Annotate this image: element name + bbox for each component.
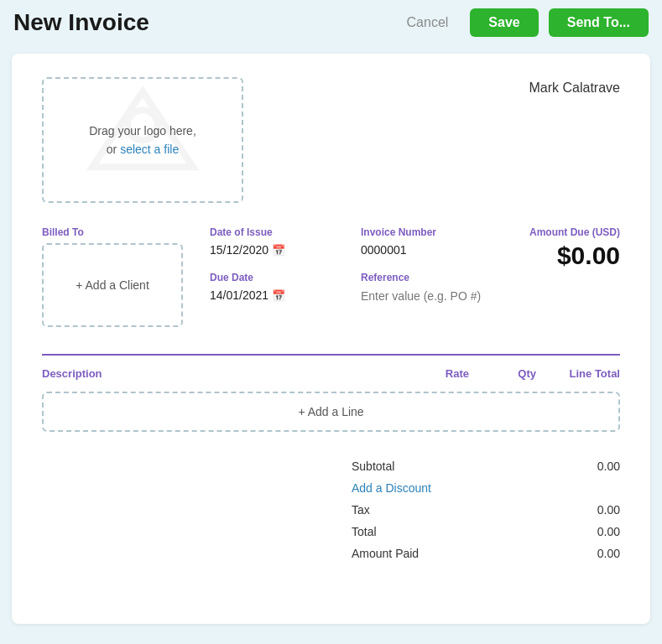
amount-paid-label: Amount Paid bbox=[352, 547, 419, 560]
date-of-issue-label: Date of Issue bbox=[210, 226, 352, 238]
total-value: 0.00 bbox=[597, 525, 620, 538]
col-qty: Qty bbox=[469, 367, 536, 380]
table-divider bbox=[42, 354, 620, 356]
billed-to-label: Billed To bbox=[42, 226, 201, 238]
col-description: Description bbox=[42, 367, 385, 380]
add-client-button[interactable]: + Add a Client bbox=[42, 243, 183, 327]
col-line-total: Line Total bbox=[536, 367, 620, 380]
add-discount-button[interactable]: Add a Discount bbox=[352, 481, 431, 495]
date-of-issue-calendar-icon[interactable] bbox=[272, 243, 285, 257]
discount-row: Add a Discount bbox=[352, 477, 620, 499]
billed-to-col: Billed To + Add a Client bbox=[42, 226, 201, 327]
due-date-row: Due Date 14/01/2021 bbox=[210, 272, 352, 302]
dates-col: Date of Issue 15/12/2020 Due Date 14/01/… bbox=[201, 226, 352, 327]
top-section: Drag your logo here, or select a file Ma… bbox=[42, 77, 620, 203]
invoice-number-value: 0000001 bbox=[361, 243, 503, 257]
due-date-label: Due Date bbox=[210, 272, 352, 283]
tax-label: Tax bbox=[352, 503, 370, 517]
totals-section: Subtotal 0.00 Add a Discount Tax 0.00 To… bbox=[42, 455, 620, 564]
cancel-button[interactable]: Cancel bbox=[395, 8, 461, 37]
logo-drop-zone[interactable]: Drag your logo here, or select a file bbox=[42, 77, 243, 203]
date-of-issue-value: 15/12/2020 bbox=[210, 243, 352, 257]
invoice-ref-col: Invoice Number 0000001 Reference bbox=[352, 226, 503, 327]
amount-due-col: Amount Due (USD) $0.00 bbox=[503, 226, 620, 327]
subtotal-value: 0.00 bbox=[597, 460, 620, 473]
total-label: Total bbox=[352, 525, 377, 538]
due-date-value: 14/01/2021 bbox=[210, 288, 352, 302]
amount-paid-row: Amount Paid 0.00 bbox=[352, 543, 620, 564]
send-button[interactable]: Send To... bbox=[549, 8, 649, 37]
add-line-button[interactable]: + Add a Line bbox=[42, 392, 620, 432]
subtotal-row: Subtotal 0.00 bbox=[352, 455, 620, 477]
header: New Invoice Cancel Save Send To... bbox=[0, 0, 662, 45]
reference-input[interactable] bbox=[361, 289, 503, 303]
save-button[interactable]: Save bbox=[470, 8, 538, 37]
subtotal-label: Subtotal bbox=[352, 460, 394, 473]
logo-drop-text: Drag your logo here, or select a file bbox=[89, 122, 196, 159]
table-header: Description Rate Qty Line Total bbox=[42, 364, 620, 388]
amount-paid-value: 0.00 bbox=[597, 547, 620, 560]
add-client-label: + Add a Client bbox=[76, 278, 149, 292]
tax-row: Tax 0.00 bbox=[352, 499, 620, 521]
reference-label: Reference bbox=[361, 272, 503, 283]
add-line-label: + Add a Line bbox=[298, 405, 363, 418]
fields-row: Billed To + Add a Client Date of Issue 1… bbox=[42, 226, 620, 327]
select-file-link[interactable]: select a file bbox=[120, 143, 179, 156]
company-name: Mark Calatrave bbox=[529, 77, 620, 96]
total-row: Total 0.00 bbox=[352, 521, 620, 543]
invoice-card: Drag your logo here, or select a file Ma… bbox=[12, 54, 650, 624]
invoice-number-label: Invoice Number bbox=[361, 226, 503, 238]
col-rate: Rate bbox=[385, 367, 469, 380]
page-title: New Invoice bbox=[13, 9, 385, 36]
due-date-calendar-icon[interactable] bbox=[272, 288, 285, 302]
reference-row: Reference bbox=[361, 272, 503, 304]
tax-value: 0.00 bbox=[597, 503, 620, 517]
amount-due-label: Amount Due (USD) bbox=[503, 226, 620, 238]
amount-due-value: $0.00 bbox=[503, 242, 620, 270]
